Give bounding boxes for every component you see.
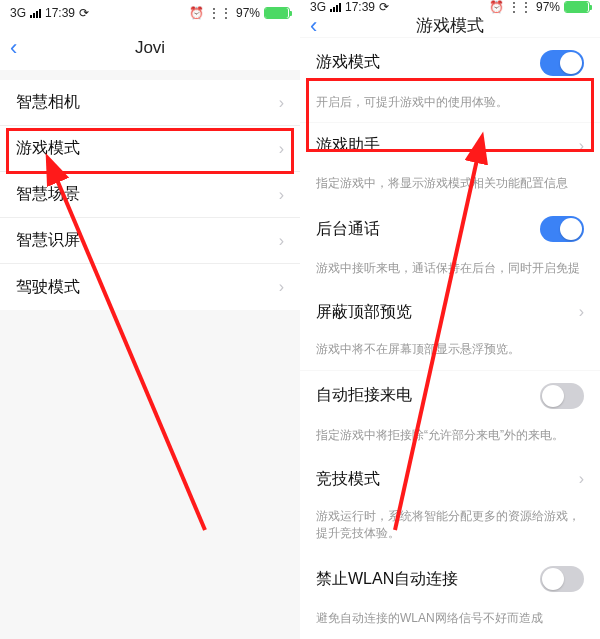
back-icon[interactable]: ‹ <box>310 15 317 37</box>
nav-bar: ‹ Jovi <box>0 26 300 70</box>
row-sub: 避免自动连接的WLAN网络信号不好而造成 <box>300 604 600 639</box>
chevron-right-icon: › <box>279 232 284 250</box>
chevron-right-icon: › <box>579 303 584 321</box>
status-time: 17:39 <box>345 0 375 14</box>
screen-left: 3G 17:39 ⟳ ⏰ ⋮⋮ 97% ‹ Jovi 智慧相机 › 游戏模式 ›… <box>0 0 300 639</box>
row-sub: 指定游戏中，将显示游戏模式相关功能配置信息 <box>300 169 600 204</box>
status-time: 17:39 <box>45 6 75 20</box>
battery-icon <box>264 7 290 19</box>
nav-bar: ‹ 游戏模式 <box>300 14 600 37</box>
list-item-label: 智慧识屏 <box>16 230 80 251</box>
alarm-icon: ⏰ <box>189 6 204 20</box>
screen-right: 3G 17:39 ⟳ ⏰ ⋮⋮ 97% ‹ 游戏模式 游戏模式 开启后，可提升游… <box>300 0 600 639</box>
signal-icon <box>330 3 341 12</box>
toggle-wlan[interactable] <box>540 566 584 592</box>
back-icon[interactable]: ‹ <box>10 37 17 59</box>
row-block-top-preview[interactable]: 屏蔽顶部预览 › <box>300 289 600 335</box>
wifi-icon: ⋮⋮ <box>508 0 532 14</box>
row-game-assistant[interactable]: 游戏助手 › <box>300 123 600 169</box>
toggle-background-call[interactable] <box>540 216 584 242</box>
list-item-driving-mode[interactable]: 驾驶模式 › <box>0 264 300 310</box>
row-label: 后台通话 <box>316 219 380 240</box>
settings-list: 游戏模式 开启后，可提升游戏中的使用体验。 <box>300 38 600 123</box>
toggle-auto-reject[interactable] <box>540 383 584 409</box>
status-bar: 3G 17:39 ⟳ ⏰ ⋮⋮ 97% <box>0 0 300 26</box>
signal-label: 3G <box>10 6 26 20</box>
row-label: 游戏助手 <box>316 135 380 156</box>
row-sub: 指定游戏中将拒接除“允许部分来电”外的来电。 <box>300 421 600 456</box>
chevron-right-icon: › <box>579 470 584 488</box>
list-item-label: 游戏模式 <box>16 138 80 159</box>
chevron-right-icon: › <box>279 94 284 112</box>
row-game-mode[interactable]: 游戏模式 <box>300 38 600 88</box>
page-title: Jovi <box>135 38 165 58</box>
row-label: 竞技模式 <box>316 469 380 490</box>
list-item-smart-camera[interactable]: 智慧相机 › <box>0 80 300 126</box>
signal-icon <box>30 9 41 18</box>
list-item-label: 驾驶模式 <box>16 277 80 298</box>
chevron-right-icon: › <box>279 278 284 296</box>
row-label: 禁止WLAN自动连接 <box>316 569 458 590</box>
row-label: 屏蔽顶部预览 <box>316 302 412 323</box>
status-bar: 3G 17:39 ⟳ ⏰ ⋮⋮ 97% <box>300 0 600 14</box>
row-label: 自动拒接来电 <box>316 385 412 406</box>
row-sub: 开启后，可提升游戏中的使用体验。 <box>300 88 600 123</box>
row-sub: 游戏运行时，系统将智能分配更多的资源给游戏，提升竞技体验。 <box>300 502 600 554</box>
row-auto-reject-call[interactable]: 自动拒接来电 <box>300 371 600 421</box>
chevron-right-icon: › <box>279 186 284 204</box>
row-competitive-mode[interactable]: 竞技模式 › <box>300 456 600 502</box>
settings-list: 智慧相机 › 游戏模式 › 智慧场景 › 智慧识屏 › 驾驶模式 › <box>0 80 300 310</box>
battery-pct: 97% <box>536 0 560 14</box>
list-item-label: 智慧相机 <box>16 92 80 113</box>
list-item-smart-screen[interactable]: 智慧识屏 › <box>0 218 300 264</box>
row-sub: 游戏中接听来电，通话保持在后台，同时开启免提 <box>300 254 600 289</box>
battery-icon <box>564 1 590 13</box>
loop-icon: ⟳ <box>379 0 389 14</box>
toggle-game-mode[interactable] <box>540 50 584 76</box>
wifi-icon: ⋮⋮ <box>208 6 232 20</box>
chevron-right-icon: › <box>279 140 284 158</box>
row-background-call[interactable]: 后台通话 <box>300 204 600 254</box>
alarm-icon: ⏰ <box>489 0 504 14</box>
row-sub: 游戏中将不在屏幕顶部显示悬浮预览。 <box>300 335 600 370</box>
chevron-right-icon: › <box>579 137 584 155</box>
list-item-smart-scene[interactable]: 智慧场景 › <box>0 172 300 218</box>
loop-icon: ⟳ <box>79 6 89 20</box>
row-label: 游戏模式 <box>316 52 380 73</box>
battery-pct: 97% <box>236 6 260 20</box>
list-item-game-mode[interactable]: 游戏模式 › <box>0 126 300 172</box>
page-title: 游戏模式 <box>416 14 484 37</box>
row-wlan-auto-connect[interactable]: 禁止WLAN自动连接 <box>300 554 600 604</box>
list-item-label: 智慧场景 <box>16 184 80 205</box>
